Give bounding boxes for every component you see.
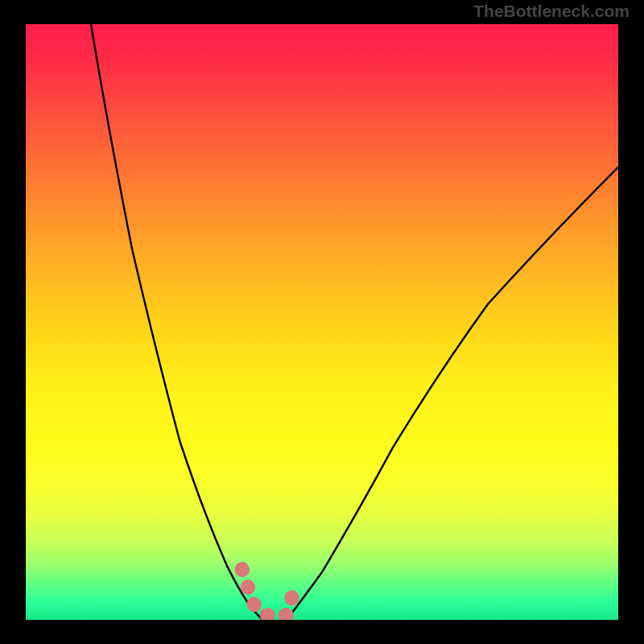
right-curve-path (287, 167, 618, 620)
attribution-text: TheBottleneck.com (473, 2, 630, 21)
chart-svg (26, 24, 618, 620)
left-curve-path (91, 24, 262, 620)
plot-area (26, 24, 618, 620)
bottom-marker-path (242, 569, 295, 615)
